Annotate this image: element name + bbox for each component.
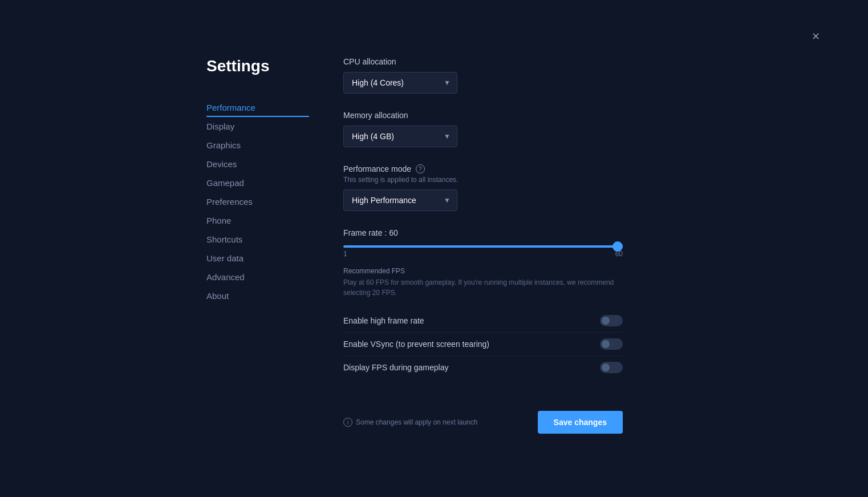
performance-mode-sub: This setting is applied to all instances…: [343, 176, 628, 184]
save-changes-button[interactable]: Save changes: [538, 411, 623, 434]
toggle-display-fps[interactable]: [600, 362, 623, 373]
toggle-knob-vsync: [602, 340, 610, 348]
footer-note-text: Some changes will apply on next launch: [356, 418, 477, 426]
page-title: Settings: [206, 57, 309, 75]
sidebar-item-preferences[interactable]: Preferences: [206, 192, 309, 211]
memory-allocation-select[interactable]: Low (1 GB) Medium (2 GB) High (4 GB) Ult…: [343, 126, 457, 147]
toggle-knob-display-fps: [602, 363, 610, 371]
toggles-section: Enable high frame rate Enable VSync (to …: [343, 309, 628, 379]
toggle-row-high-frame-rate: Enable high frame rate: [343, 309, 623, 332]
cpu-allocation-label: CPU allocation: [343, 57, 628, 66]
footer-note: i Some changes will apply on next launch: [343, 418, 477, 427]
sidebar-item-devices[interactable]: Devices: [206, 155, 309, 173]
performance-mode-header: Performance mode ?: [343, 164, 628, 173]
toggle-label-vsync: Enable VSync (to prevent screen tearing): [343, 340, 489, 349]
cpu-allocation-section: CPU allocation Low (1 Core) Medium (2 Co…: [343, 57, 628, 94]
sidebar-item-user-data[interactable]: User data: [206, 249, 309, 268]
toggle-row-vsync: Enable VSync (to prevent screen tearing): [343, 332, 623, 355]
cpu-allocation-wrapper: Low (1 Core) Medium (2 Cores) High (4 Co…: [343, 72, 457, 94]
slider-max-label: 60: [615, 250, 623, 258]
sidebar-item-performance[interactable]: Performance: [206, 98, 309, 117]
info-icon: i: [343, 418, 352, 427]
memory-allocation-label: Memory allocation: [343, 111, 628, 120]
main-content: CPU allocation Low (1 Core) Medium (2 Co…: [309, 57, 628, 434]
frame-rate-label: Frame rate : 60: [343, 228, 628, 237]
slider-min-label: 1: [343, 250, 347, 258]
toggle-vsync[interactable]: [600, 338, 623, 350]
frame-rate-slider[interactable]: [343, 245, 623, 248]
recommended-fps-title: Recommended FPS: [343, 267, 628, 275]
recommended-fps-section: Recommended FPS Play at 60 FPS for smoot…: [343, 267, 628, 298]
sidebar-item-display[interactable]: Display: [206, 117, 309, 136]
sidebar-item-advanced[interactable]: Advanced: [206, 268, 309, 286]
frame-rate-section: Frame rate : 60 1 60: [343, 228, 628, 258]
sidebar-item-graphics[interactable]: Graphics: [206, 136, 309, 155]
close-button[interactable]: ✕: [809, 30, 822, 43]
sidebar-item-gamepad[interactable]: Gamepad: [206, 173, 309, 192]
cpu-allocation-select[interactable]: Low (1 Core) Medium (2 Cores) High (4 Co…: [343, 72, 457, 94]
sidebar-item-shortcuts[interactable]: Shortcuts: [206, 230, 309, 249]
memory-allocation-section: Memory allocation Low (1 GB) Medium (2 G…: [343, 111, 628, 147]
performance-mode-label: Performance mode: [343, 164, 411, 173]
performance-mode-help-icon[interactable]: ?: [416, 164, 425, 173]
performance-mode-wrapper: Balanced High Performance Power Saving ▼: [343, 189, 457, 211]
toggle-label-high-frame-rate: Enable high frame rate: [343, 316, 424, 325]
sidebar-item-about[interactable]: About: [206, 286, 309, 305]
performance-mode-select[interactable]: Balanced High Performance Power Saving: [343, 189, 457, 211]
recommended-fps-text: Play at 60 FPS for smooth gameplay. If y…: [343, 277, 623, 298]
sidebar-item-phone[interactable]: Phone: [206, 211, 309, 230]
performance-mode-section: Performance mode ? This setting is appli…: [343, 164, 628, 211]
memory-allocation-wrapper: Low (1 GB) Medium (2 GB) High (4 GB) Ult…: [343, 126, 457, 147]
toggle-row-display-fps: Display FPS during gameplay: [343, 355, 623, 379]
toggle-knob-high-frame-rate: [602, 317, 610, 325]
settings-sidebar: Performance Display Graphics Devices Gam…: [206, 98, 309, 305]
footer: i Some changes will apply on next launch…: [343, 402, 623, 434]
toggle-high-frame-rate[interactable]: [600, 315, 623, 326]
toggle-label-display-fps: Display FPS during gameplay: [343, 363, 448, 372]
